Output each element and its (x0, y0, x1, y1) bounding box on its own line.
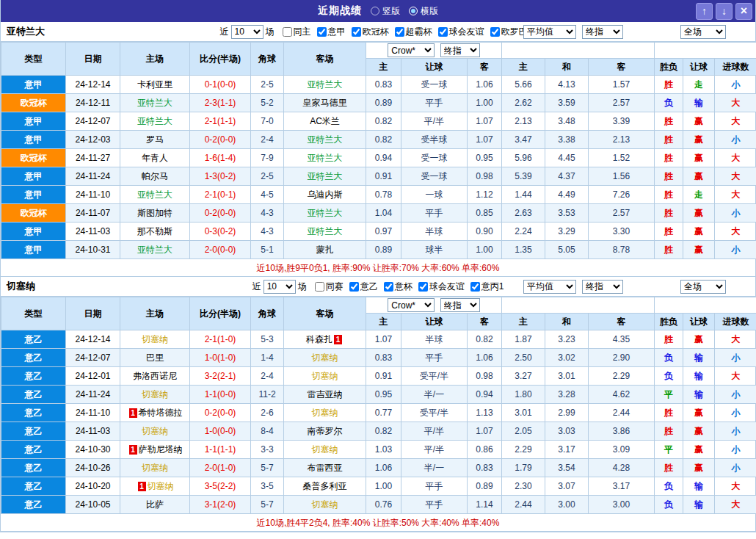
away-team-cell: 科森扎1 (284, 330, 366, 349)
match-filter: 近 10 场 同主意甲欧冠杯超霸杯球会友谊欧罗巴杯 (220, 25, 537, 39)
league-badge: 意乙 (1, 349, 66, 367)
league-filter-checkbox[interactable] (317, 27, 327, 37)
avg-period-select[interactable]: 终指 (582, 280, 623, 294)
layout-option-horizontal[interactable]: 横版 (409, 5, 438, 18)
move-up-button[interactable]: ↑ (696, 3, 713, 20)
result-handicap: 赢 (683, 330, 715, 349)
match-date: 24-12-14 (66, 76, 120, 94)
result-wdl: 负 (655, 477, 683, 496)
avg-period-select[interactable]: 终指 (582, 25, 623, 39)
close-button[interactable]: × (735, 3, 752, 20)
odds-period-select[interactable]: 终指 (440, 298, 480, 312)
odds-source-select[interactable]: Crow* (388, 43, 435, 57)
odds-period-select[interactable]: 终指 (440, 43, 480, 57)
odds-away: 0.86 (468, 441, 502, 459)
avg-away: 3.09 (589, 441, 655, 459)
result-wdl: 胜 (655, 223, 683, 241)
avg-draw: 4.37 (545, 167, 589, 186)
match-row: 意甲24-10-31亚特兰大2-0(0-0)5-1蒙扎0.89球半1.001.3… (1, 241, 756, 259)
result-handicap: 赢 (683, 131, 715, 149)
match-count-select[interactable]: 10 (263, 280, 296, 294)
scope-select[interactable]: 全场 (680, 280, 726, 294)
league-filter-checkbox[interactable] (418, 282, 428, 292)
handicap: 受半球 (401, 131, 468, 149)
score-cell: 1-0(1-0) (190, 349, 251, 367)
move-down-button[interactable]: ↓ (716, 3, 733, 20)
result-handicap: 赢 (683, 204, 715, 223)
league-filter[interactable]: 球会友谊 (438, 26, 484, 38)
league-filter[interactable]: 意丙1 (470, 281, 504, 293)
odds-away: 1.07 (468, 112, 502, 131)
result-handicap: 赢 (683, 459, 715, 477)
league-filters: 同主意甲欧冠杯超霸杯球会友谊欧罗巴杯 (277, 26, 537, 38)
result-handicap: 走 (683, 76, 715, 94)
league-filter-checkbox[interactable] (349, 282, 359, 292)
corner-cell: 5-2 (251, 94, 284, 112)
home-team-cell: 亚特兰大 (120, 94, 190, 112)
team-label: 南蒂罗尔 (308, 426, 343, 436)
col-score: 比分(半场) (190, 43, 251, 76)
league-filter[interactable]: 欧冠杯 (352, 26, 389, 38)
result-goals: 小 (715, 76, 756, 94)
team-label: 切塞纳 (142, 389, 168, 399)
league-filter[interactable]: 超霸杯 (395, 26, 432, 38)
avg-draw: 3.00 (545, 496, 589, 514)
league-badge: 意甲 (1, 167, 66, 186)
away-team-cell: 切塞纳 (284, 441, 366, 459)
col-type: 类型 (1, 297, 66, 330)
avg-source-select[interactable]: 平均值 (523, 280, 576, 294)
league-filter-checkbox[interactable] (283, 27, 292, 37)
corner-cell: 5-7 (251, 496, 284, 514)
col-result-wdl: 胜负 (655, 314, 683, 330)
panel-title: 近期战绩 (318, 4, 362, 18)
league-filter[interactable]: 球会友谊 (418, 281, 465, 293)
score-cell: 0-2(0-0) (190, 404, 251, 422)
league-filter-checkbox[interactable] (384, 282, 393, 292)
col-home: 主场 (120, 297, 190, 330)
league-filter[interactable]: 意乙 (349, 281, 378, 293)
match-date: 24-10-20 (66, 477, 120, 496)
league-filter[interactable]: 意甲 (317, 26, 346, 38)
avg-away: 3.39 (589, 112, 655, 131)
league-filter-checkbox[interactable] (315, 282, 324, 292)
result-wdl: 负 (655, 349, 683, 367)
home-team-cell: 亚特兰大 (120, 241, 190, 259)
odds-home: 0.95 (366, 386, 401, 404)
titlebar: 近期战绩 竖版 横版 ↑ ↓ × (1, 0, 755, 22)
results-tbody: 意乙24-12-14切塞纳2-1(1-0)5-3科森扎11.07半球0.821.… (1, 330, 756, 514)
scope-select[interactable]: 全场 (680, 25, 726, 39)
league-filters: 同赛意乙意杯球会友谊意丙1 (309, 281, 504, 293)
odds-source-select[interactable]: Crow* (388, 298, 435, 312)
league-filter-label: 意乙 (360, 281, 378, 293)
result-goals: 大 (715, 367, 756, 386)
league-filter-checkbox[interactable] (438, 27, 448, 37)
result-wdl: 胜 (655, 186, 683, 204)
avg-source-select[interactable]: 平均值 (523, 25, 576, 39)
team-label: 那不勒斯 (137, 226, 172, 236)
odds-home: 0.82 (366, 131, 401, 149)
league-filter-checkbox[interactable] (470, 282, 480, 292)
league-filter[interactable]: 同赛 (315, 281, 344, 293)
match-count-select[interactable]: 10 (231, 25, 263, 39)
league-filter[interactable]: 意杯 (384, 281, 412, 293)
titlebar-center: 近期战绩 竖版 横版 (1, 4, 755, 18)
result-goals: 小 (715, 441, 756, 459)
odds-away: 0.94 (468, 386, 502, 404)
layout-option-vertical[interactable]: 竖版 (371, 5, 400, 18)
result-handicap: 走 (683, 186, 715, 204)
result-goals: 大 (715, 112, 756, 131)
league-filter-checkbox[interactable] (490, 27, 500, 37)
away-team-cell: 皇家马德里 (284, 94, 366, 112)
avg-away: 2.44 (589, 404, 655, 422)
league-filter-checkbox[interactable] (352, 27, 361, 37)
avg-draw: 3.59 (545, 94, 589, 112)
match-row: 意乙24-11-101希特塔德拉0-2(0-0)2-6切塞纳0.77受平/半1.… (1, 404, 756, 422)
result-wdl: 负 (655, 496, 683, 514)
league-badge: 欧冠杯 (1, 149, 66, 167)
odds-home: 1.04 (366, 204, 401, 223)
league-filter-checkbox[interactable] (395, 27, 404, 37)
league-filter[interactable]: 同主 (283, 26, 311, 38)
odds-home: 0.89 (366, 241, 401, 259)
team-label: 皇家马德里 (303, 98, 347, 108)
col-avg-draw: 和 (545, 314, 589, 330)
